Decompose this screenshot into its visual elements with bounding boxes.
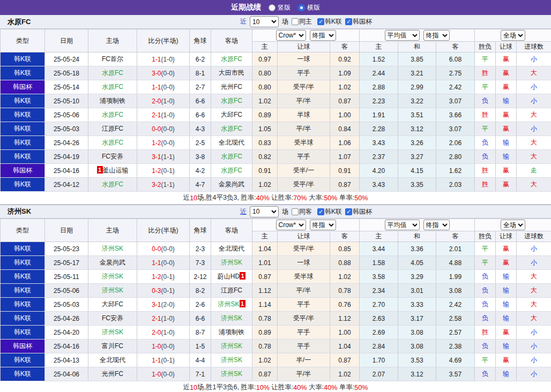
fulltime-select[interactable]: 全场 [501, 30, 525, 41]
home-team: 水原FC [88, 80, 137, 94]
team-label: 济州SK [221, 370, 242, 378]
vertical-layout-radio[interactable]: 竖版 [269, 3, 291, 12]
final-odds-select-2[interactable]: 终指 [423, 30, 450, 41]
result-handicap: 输 [496, 312, 517, 326]
final-odds-select[interactable]: 终指 [310, 30, 336, 41]
final-odds-select-2[interactable]: 终指 [423, 220, 450, 230]
odds-away: 1.02 [330, 80, 360, 94]
match-date: 25-05-23 [45, 242, 88, 256]
odds-home: 0.83 [252, 136, 278, 150]
avg-odds-home: 4.20 [360, 164, 398, 178]
team-label: 济州SK [102, 245, 123, 252]
result-handicap: 赢 [496, 353, 517, 367]
summary-text: 近 [183, 193, 190, 202]
home-team: 浦项制铁 [88, 94, 137, 108]
corner-score: 2-7 [190, 80, 211, 94]
avg-odds-draw: 3.01 [398, 284, 436, 298]
match-type-badge: 韩K联 [1, 367, 45, 381]
match-date: 25-04-26 [45, 312, 88, 326]
team-label: 水原FC [221, 153, 242, 160]
match-type-badge: 韩K联 [1, 94, 45, 108]
corner-score: 4-7 [190, 178, 211, 192]
result-goals: 大 [517, 136, 551, 150]
odds-away: 1.12 [330, 312, 360, 326]
avg-odds-home: 2.34 [360, 284, 398, 298]
k-league-checkbox[interactable] [317, 18, 324, 25]
away-team: 水原FC [211, 122, 252, 136]
match-score: 2-0(1-0) [137, 94, 190, 108]
summary-text: 40% [324, 384, 337, 391]
near-link[interactable]: 近 [240, 17, 247, 26]
odds-away: 0.76 [330, 298, 360, 312]
sub-col-home2: 主 [360, 42, 398, 52]
cup-checkbox[interactable] [345, 18, 352, 25]
result-handicap: 输 [496, 94, 517, 108]
match-score: 2-0(1-0) [137, 326, 190, 340]
bookmaker-select[interactable]: Crow* [276, 30, 306, 41]
team-label: 水原FC [102, 83, 123, 91]
team-label: 济州SK [102, 273, 123, 280]
bookmaker-select[interactable]: Crow* [276, 220, 306, 230]
odds-handicap: 受平/半 [278, 178, 330, 192]
summary-text: 70% [293, 194, 307, 202]
avg-odds-home: 1.91 [360, 108, 398, 122]
odds-handicap: 平/半 [278, 122, 330, 136]
match-score: 2-1(1-0) [137, 312, 190, 326]
summary-line: 近10场,胜4平3负3, 胜率:40% 让胜率:70% 大率:50% 单率:50… [0, 192, 551, 205]
result-goals: 小 [517, 367, 551, 381]
home-team: 富川FC [88, 340, 137, 353]
home-team: 大邱FC [88, 298, 137, 312]
k-league-checkbox[interactable] [317, 208, 324, 215]
radio-unchecked-icon[interactable] [269, 4, 276, 11]
near-link[interactable]: 近 [240, 207, 247, 216]
match-count-select[interactable]: 10 [250, 206, 279, 217]
away-team: 济州SK [211, 256, 252, 270]
games-label: 场 [282, 207, 288, 216]
sub-col-home2: 主 [360, 231, 398, 242]
match-row: 韩K联 25-05-03 江原FC 0-0(0-0) 4-3 水原FC 1.05… [1, 122, 551, 136]
avg-odds-home: 2.23 [360, 94, 398, 108]
away-team: 蔚山HD1 [211, 270, 252, 284]
avg-odds-away: 2.38 [436, 340, 475, 353]
avg-odds-draw: 3.36 [398, 242, 436, 256]
average-select[interactable]: 平均值 [385, 30, 420, 41]
avg-odds-draw: 3.17 [398, 312, 436, 326]
odds-away: 1.00 [330, 326, 360, 340]
fulltime-select[interactable]: 全场 [501, 220, 525, 230]
odds-home: 1.12 [252, 284, 278, 298]
final-odds-select[interactable]: 终指 [310, 220, 336, 230]
away-team: 水原FC [211, 150, 252, 164]
home-team: 水原FC [88, 66, 137, 80]
result-goals: 大 [517, 270, 551, 284]
match-score: 3-1(1-1) [137, 150, 190, 164]
same-venue-checkbox[interactable] [292, 208, 299, 215]
result-goals: 小 [517, 122, 551, 136]
home-team: FC安养 [88, 312, 137, 326]
team-name: 济州SK [8, 207, 31, 216]
match-score: 0-0(0-0) [137, 242, 190, 256]
sub-col-outcome: 胜负 [475, 231, 496, 242]
average-select[interactable]: 平均值 [385, 220, 420, 230]
radio-checked-icon[interactable] [298, 4, 305, 11]
avg-odds-home: 2.28 [360, 122, 398, 136]
match-date: 25-05-10 [45, 94, 88, 108]
match-score: 1-1(1-0) [137, 52, 190, 66]
same-venue-label: 同客 [299, 207, 312, 216]
cup-checkbox[interactable] [345, 208, 352, 215]
result-goals: 大 [517, 178, 551, 192]
topbar: 近期战绩 竖版 横版 [0, 0, 551, 15]
avg-odds-away: 4.88 [436, 256, 475, 270]
match-count-select[interactable]: 10 [250, 16, 279, 27]
red-card-icon: 1 [240, 300, 245, 307]
horizontal-layout-radio[interactable]: 横版 [298, 3, 320, 12]
avg-odds-home: 2.44 [360, 66, 398, 80]
result-handicap: 输 [496, 340, 517, 353]
away-team: 水原FC [211, 164, 252, 178]
team-label: 金泉尚武 [100, 259, 125, 266]
match-type-badge: 韩K联 [1, 122, 45, 136]
match-date: 25-05-14 [45, 80, 88, 94]
team-label: 全北现代 [219, 139, 244, 146]
match-score: 1-1(0-1) [137, 353, 190, 367]
avg-odds-draw: 2.99 [398, 80, 436, 94]
same-venue-checkbox[interactable] [292, 18, 299, 25]
